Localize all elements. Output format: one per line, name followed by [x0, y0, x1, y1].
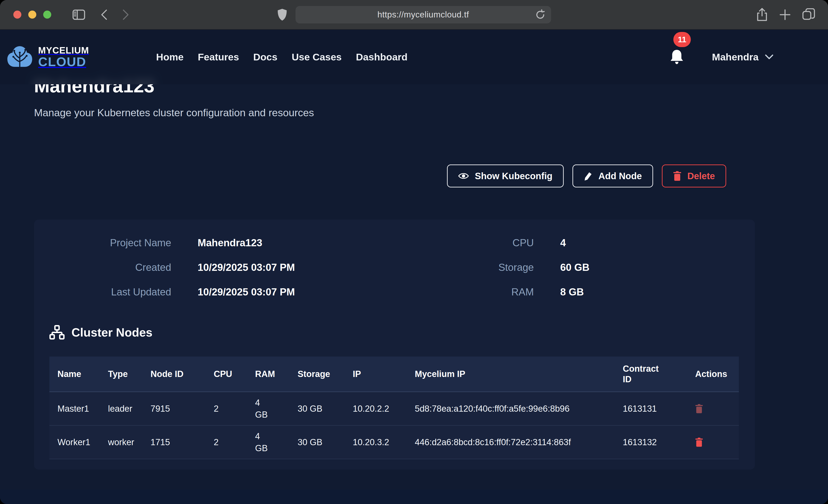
back-icon	[100, 9, 107, 20]
minimize-window-button[interactable]	[28, 10, 36, 18]
cluster-nodes-table: Name Type Node ID CPU RAM Storage IP Myc…	[49, 356, 739, 459]
last-updated-value: 10/29/2025 03:07 PM	[198, 286, 295, 298]
cell-actions	[695, 425, 739, 459]
cell-mycelium-ip: 446:d2a6:8bcd:8c16:ff0f:72e2:3114:863f	[415, 425, 623, 459]
main-nav: Home Features Docs Use Cases Dashboard	[156, 51, 408, 63]
page-content: Mahendra123 Manage your Kubernetes clust…	[0, 30, 828, 504]
delete-node-button[interactable]	[695, 437, 703, 447]
add-node-label: Add Node	[598, 171, 642, 181]
storage-value: 60 GB	[560, 261, 589, 274]
cell-cpu: 2	[214, 392, 255, 426]
sidebar-toggle-button[interactable]	[72, 9, 85, 20]
col-cpu: CPU	[214, 356, 255, 392]
reload-button[interactable]	[535, 9, 546, 20]
cell-ram: 4 GB	[255, 425, 298, 459]
cell-contract-id: 1613131	[623, 392, 695, 426]
nav-use-cases[interactable]: Use Cases	[292, 51, 342, 63]
notification-badge: 11	[673, 32, 691, 47]
cell-name: Worker1	[49, 425, 108, 459]
col-contract-id: Contract ID	[623, 356, 695, 392]
show-kubeconfig-button[interactable]: Show Kubeconfig	[447, 165, 564, 187]
col-mycelium-ip: Mycelium IP	[415, 356, 623, 392]
col-name: Name	[49, 356, 108, 392]
col-actions: Actions	[695, 356, 739, 392]
created-value: 10/29/2025 03:07 PM	[198, 261, 295, 274]
logo-word-cloud: CLOUD	[38, 55, 89, 68]
page-viewport: Mahendra123 Manage your Kubernetes clust…	[0, 30, 828, 504]
eye-icon	[458, 172, 469, 180]
col-ip: IP	[353, 356, 415, 392]
notifications-button[interactable]: 11	[670, 49, 684, 65]
created-label: Created	[49, 261, 171, 274]
close-window-button[interactable]	[13, 10, 22, 18]
table-row: Master1 leader 7915 2 4 GB 30 GB 10.20.2…	[49, 392, 739, 426]
cluster-nodes-title: Cluster Nodes	[72, 326, 153, 339]
sidebar-icon	[72, 9, 85, 20]
cell-ip: 10.20.2.2	[353, 392, 415, 426]
window-controls	[13, 10, 51, 18]
project-name-value: Mahendra123	[198, 237, 295, 249]
nav-features[interactable]: Features	[198, 51, 239, 63]
last-updated-label: Last Updated	[49, 286, 171, 298]
back-button[interactable]	[100, 9, 107, 20]
cell-mycelium-ip: 5d8:78ea:a120:f40c:ff0f:a5fe:99e6:8b96	[415, 392, 623, 426]
cpu-label: CPU	[491, 237, 534, 249]
forward-icon	[123, 9, 129, 20]
zoom-window-button[interactable]	[43, 10, 51, 18]
forward-button[interactable]	[123, 9, 129, 20]
share-button[interactable]	[756, 8, 768, 22]
delete-node-button[interactable]	[695, 404, 703, 413]
trash-icon	[673, 171, 681, 181]
logo-icon	[6, 45, 34, 69]
browser-toolbar: https://myceliumcloud.tf	[0, 0, 828, 30]
pencil-icon	[584, 171, 592, 180]
nav-dashboard[interactable]: Dashboard	[356, 51, 408, 63]
cluster-actions: Show Kubeconfig Add Node Delete	[34, 165, 726, 187]
cell-type: leader	[108, 392, 151, 426]
app-logo[interactable]: MYCELIUM CLOUD	[6, 45, 89, 69]
url-text: https://myceliumcloud.tf	[377, 10, 469, 19]
col-type: Type	[108, 356, 151, 392]
storage-label: Storage	[491, 261, 534, 274]
nav-home[interactable]: Home	[156, 51, 183, 63]
site-header: MYCELIUM CLOUD Home Features Docs Use Ca…	[0, 30, 828, 84]
cluster-details-card: Project Name Mahendra123 Created 10/29/2…	[34, 220, 755, 469]
cell-type: worker	[108, 425, 151, 459]
cell-storage: 30 GB	[298, 392, 353, 426]
show-kubeconfig-label: Show Kubeconfig	[475, 171, 552, 181]
cluster-overview: Project Name Mahendra123 Created 10/29/2…	[49, 237, 739, 298]
trash-icon	[695, 437, 703, 447]
delete-label: Delete	[687, 171, 715, 181]
cell-storage: 30 GB	[298, 425, 353, 459]
nav-docs[interactable]: Docs	[253, 51, 277, 63]
browser-window: https://myceliumcloud.tf	[0, 0, 828, 504]
tab-overview-icon	[802, 8, 815, 21]
cell-node-id: 7915	[151, 392, 214, 426]
ram-value: 8 GB	[560, 286, 589, 298]
cell-cpu: 2	[214, 425, 255, 459]
ram-label: RAM	[491, 286, 534, 298]
user-name: Mahendra	[712, 51, 758, 63]
user-menu[interactable]: Mahendra	[712, 51, 773, 63]
chevron-down-icon	[765, 54, 773, 59]
project-name-label: Project Name	[49, 237, 171, 249]
cell-ram: 4 GB	[255, 392, 298, 426]
table-row: Worker1 worker 1715 2 4 GB 30 GB 10.20.3…	[49, 425, 739, 459]
cluster-network-icon	[49, 325, 65, 340]
page-subtitle: Manage your Kubernetes cluster configura…	[34, 107, 755, 119]
bell-icon	[670, 49, 684, 65]
col-storage: Storage	[298, 356, 353, 392]
delete-cluster-button[interactable]: Delete	[662, 165, 726, 187]
add-node-button[interactable]: Add Node	[573, 165, 653, 187]
logo-word-mycelium: MYCELIUM	[38, 46, 89, 55]
cluster-nodes-heading: Cluster Nodes	[49, 325, 739, 340]
tab-overview-button[interactable]	[802, 8, 815, 21]
privacy-shield-icon[interactable]	[277, 8, 287, 21]
reload-icon	[535, 9, 546, 20]
new-tab-button[interactable]	[779, 9, 791, 20]
cell-actions	[695, 392, 739, 426]
cell-contract-id: 1613132	[623, 425, 695, 459]
address-bar[interactable]: https://myceliumcloud.tf	[295, 6, 551, 24]
trash-icon	[695, 404, 703, 413]
cell-node-id: 1715	[151, 425, 214, 459]
